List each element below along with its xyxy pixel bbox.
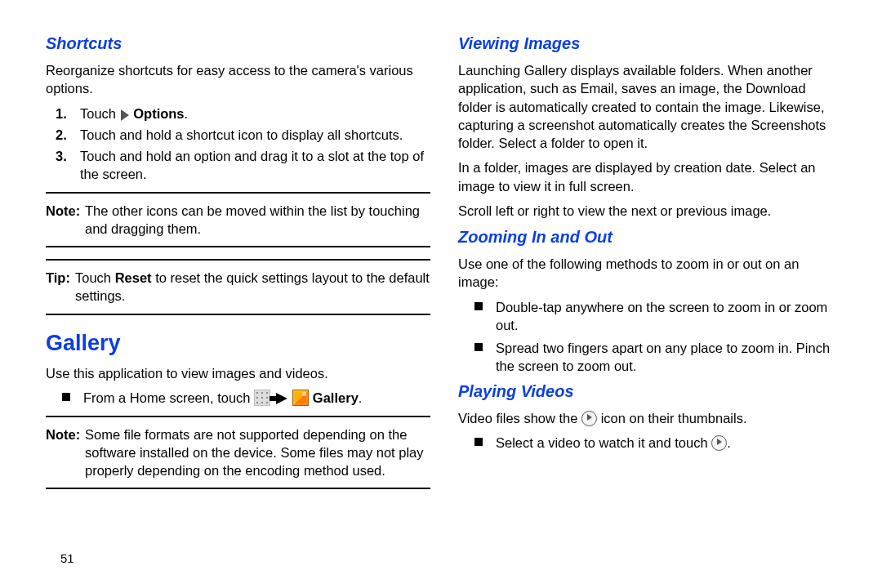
note-text: Some file formats are not supported depe…	[85, 425, 430, 480]
step1-post: .	[185, 106, 189, 121]
play-circle-icon	[581, 411, 597, 426]
divider	[46, 246, 430, 247]
playing-b1: Select a video to watch it and touch .	[496, 434, 843, 452]
tip-bold: Reset	[115, 270, 152, 285]
page-number: 51	[60, 550, 74, 567]
gallery-bullet-list: From a Home screen, touch Gallery.	[46, 389, 430, 407]
gallery-bullet-post: .	[359, 390, 363, 405]
heading-shortcuts: Shortcuts	[46, 33, 430, 55]
step1-pre: Touch	[80, 106, 120, 121]
playing-p1-pre: Video files show the	[458, 411, 581, 425]
heading-playing-videos: Playing Videos	[458, 381, 843, 403]
play-circle-icon	[711, 435, 727, 451]
step-2: Touch and hold a shortcut icon to displa…	[78, 126, 430, 144]
step-number: 3.	[46, 147, 78, 184]
viewing-p1: Launching Gallery displays available fol…	[458, 61, 843, 152]
square-bullet-icon	[474, 438, 483, 446]
divider	[46, 488, 430, 489]
tip-text: Touch Reset to reset the quick settings …	[75, 269, 430, 305]
zoom-b2: Spread two fingers apart on any place to…	[496, 339, 843, 376]
heading-viewing-images: Viewing Images	[458, 33, 843, 55]
divider	[46, 259, 430, 261]
divider	[46, 192, 430, 194]
gallery-bullet: From a Home screen, touch Gallery.	[83, 389, 430, 407]
arrow-right-icon	[276, 393, 287, 404]
step-number: 1.	[46, 105, 78, 122]
playing-b1-pre: Select a video to watch it and touch	[496, 435, 711, 450]
zoom-b1: Double-tap anywhere on the screen to zoo…	[496, 298, 843, 335]
gallery-intro: Use this application to view images and …	[46, 364, 430, 382]
square-bullet-icon	[474, 302, 483, 310]
shortcuts-steps: 1. Touch Options. 2. Touch and hold a sh…	[46, 105, 430, 184]
step-number: 2.	[46, 126, 78, 144]
note-label: Note:	[46, 425, 85, 480]
zoom-intro: Use one of the following methods to zoom…	[458, 255, 843, 292]
left-column: Shortcuts Reorganize shortcuts for easy …	[46, 28, 430, 497]
playing-list: Select a video to watch it and touch .	[458, 434, 843, 452]
tip-shortcuts: Tip: Touch Reset to reset the quick sett…	[46, 269, 430, 305]
viewing-p2: In a folder, images are displayed by cre…	[458, 158, 843, 195]
heading-zooming: Zooming In and Out	[458, 226, 843, 248]
playing-p1-post: icon on their thumbnails.	[597, 411, 746, 425]
divider	[46, 416, 430, 417]
tip-label: Tip:	[46, 269, 75, 305]
tip-pre: Touch	[75, 270, 115, 285]
step-3: Touch and hold an option and drag it to …	[78, 147, 430, 184]
zoom-list: Double-tap anywhere on the screen to zoo…	[458, 298, 843, 376]
playing-p1: Video files show the icon on their thumb…	[458, 409, 843, 427]
note-gallery: Note: Some file formats are not supporte…	[46, 425, 430, 480]
right-column: Viewing Images Launching Gallery display…	[458, 28, 843, 497]
gallery-bullet-pre: From a Home screen, touch	[83, 390, 254, 405]
playing-b1-post: .	[727, 435, 731, 450]
gallery-bullet-bold: Gallery	[313, 390, 359, 405]
gallery-app-icon	[292, 390, 309, 406]
divider	[46, 314, 430, 315]
shortcuts-intro: Reorganize shortcuts for easy access to …	[46, 61, 430, 98]
viewing-p3: Scroll left or right to view the next or…	[458, 202, 843, 220]
square-bullet-icon	[62, 393, 70, 401]
apps-grid-icon	[254, 390, 270, 406]
step1-bold: Options	[133, 106, 184, 121]
note-shortcuts: Note: The other icons can be moved withi…	[46, 202, 430, 238]
chevron-right-icon	[121, 109, 129, 121]
square-bullet-icon	[474, 343, 483, 351]
note-text: The other icons can be moved within the …	[85, 202, 430, 238]
heading-gallery: Gallery	[46, 328, 430, 358]
note-label: Note:	[46, 202, 85, 238]
step-1: Touch Options.	[78, 105, 430, 122]
